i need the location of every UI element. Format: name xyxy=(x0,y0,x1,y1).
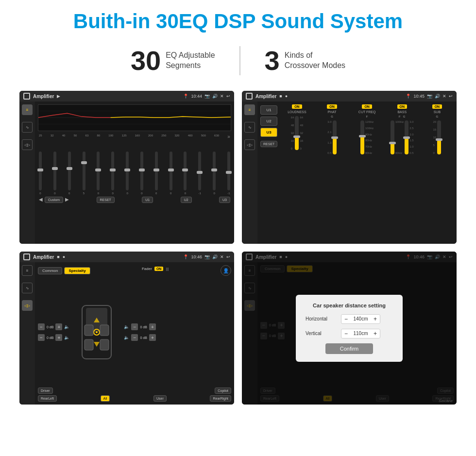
wave-icon-1[interactable]: ∿ xyxy=(22,122,33,133)
eq-panel: 25 32 40 50 63 80 100 125 160 200 250 32… xyxy=(35,101,234,244)
vertical-control[interactable]: − 110cm + xyxy=(341,329,380,338)
slider-track-1[interactable] xyxy=(53,152,56,190)
slider-val-0: 0 xyxy=(39,192,41,195)
home-icon-2[interactable] xyxy=(246,93,253,100)
horizontal-control[interactable]: − 140cm + xyxy=(341,314,380,324)
volume-icon-1[interactable]: 🔊 xyxy=(212,94,218,99)
close-icon-3[interactable]: ✕ xyxy=(220,254,224,259)
u1-btn-1[interactable]: U1 xyxy=(142,197,153,203)
custom-btn[interactable]: Custom xyxy=(45,197,63,203)
sub-toggle[interactable]: ON xyxy=(432,104,442,109)
plus-btn-right-1[interactable]: + xyxy=(149,323,156,330)
next-arrow[interactable]: ▶ xyxy=(65,197,69,203)
confirm-button[interactable]: Confirm xyxy=(325,343,374,354)
rearright-btn[interactable]: RearRight xyxy=(210,395,231,402)
cutfreq-slider[interactable] xyxy=(360,120,364,154)
plus-btn-right-2[interactable]: + xyxy=(149,334,156,341)
sub-slider[interactable] xyxy=(437,120,441,154)
slider-9: 0 xyxy=(170,152,172,195)
fader-toggle[interactable]: ON xyxy=(154,267,164,271)
speaker-icon-2[interactable]: ◁▷ xyxy=(244,139,255,150)
speaker-icon-1[interactable]: ◁▷ xyxy=(22,139,33,150)
time-1: 10:44 xyxy=(191,94,202,99)
vertical-value: 110cm xyxy=(350,331,372,336)
user-btn[interactable]: User xyxy=(153,395,167,402)
slider-track-8[interactable] xyxy=(155,152,158,190)
wave-icon-2[interactable]: ∿ xyxy=(244,122,255,133)
prev-arrow[interactable]: ◀ xyxy=(39,197,43,203)
back-icon-1[interactable]: ↩ xyxy=(226,94,230,99)
slider-track-11[interactable] xyxy=(198,152,201,190)
reset-btn-dsp[interactable]: RESET xyxy=(260,141,277,147)
fader-bars: ||| xyxy=(166,267,169,271)
back-icon-3[interactable]: ↩ xyxy=(226,254,230,259)
reset-btn-1[interactable]: RESET xyxy=(97,197,115,203)
volume-icon-2[interactable]: 🔊 xyxy=(435,94,440,99)
db-val-left-1: 0 dB xyxy=(47,325,53,329)
play-icon-1[interactable]: ▶ xyxy=(57,94,60,99)
u3-btn-1[interactable]: U3 xyxy=(219,197,230,203)
u1-preset[interactable]: U1 xyxy=(260,105,277,115)
specialty-tab[interactable]: Specialty xyxy=(64,267,90,274)
app-label-1: Amplifier xyxy=(33,94,54,99)
dsp-presets: U1 U2 U3 RESET xyxy=(260,104,277,241)
slider-track-3[interactable] xyxy=(83,152,85,190)
eq-icon-3[interactable]: ≡ xyxy=(22,265,33,276)
slider-val-7: 0 xyxy=(141,192,142,195)
slider-track-4[interactable] xyxy=(97,152,100,190)
eq-icon-1[interactable]: ≡ xyxy=(22,104,33,115)
loudness-toggle[interactable]: ON xyxy=(292,104,302,109)
position-btns-row2: RearLeft All User RearRight xyxy=(38,395,231,402)
phat-toggle[interactable]: ON xyxy=(327,104,337,109)
wave-icon-3[interactable]: ∿ xyxy=(22,283,33,293)
u2-btn-1[interactable]: U2 xyxy=(181,197,192,203)
bass-slider-g[interactable] xyxy=(405,120,408,154)
minus-btn-right-1[interactable]: − xyxy=(131,323,138,330)
horizontal-plus[interactable]: + xyxy=(374,316,377,322)
slider-track-13[interactable] xyxy=(227,152,230,190)
home-icon-1[interactable] xyxy=(23,93,30,100)
back-icon-2[interactable]: ↩ xyxy=(449,94,453,99)
minus-btn-left-2[interactable]: − xyxy=(38,334,45,341)
cutfreq-toggle[interactable]: ON xyxy=(362,104,372,109)
vertical-plus[interactable]: + xyxy=(374,330,377,337)
rearleft-btn[interactable]: RearLeft xyxy=(38,395,57,402)
horizontal-minus[interactable]: − xyxy=(344,316,348,322)
slider-track-7[interactable] xyxy=(140,152,143,190)
u3-preset[interactable]: U3 xyxy=(260,128,277,137)
user-icon-3[interactable]: 👤 xyxy=(221,265,231,276)
u2-preset[interactable]: U2 xyxy=(260,117,277,126)
slider-track-12[interactable] xyxy=(213,152,216,190)
slider-track-6[interactable] xyxy=(126,152,129,190)
eq-icon-2[interactable]: ≡ xyxy=(244,104,255,115)
driver-btn[interactable]: Driver xyxy=(38,388,53,394)
slider-track-0[interactable] xyxy=(39,152,42,190)
speaker-icon-3[interactable]: ◁▷ xyxy=(22,300,33,311)
loudness-slider[interactable] xyxy=(295,116,299,150)
bass-toggle[interactable]: ON xyxy=(397,104,408,109)
slider-track-2[interactable] xyxy=(68,152,71,190)
close-icon-2[interactable]: ✕ xyxy=(442,94,446,99)
plus-btn-left-1[interactable]: + xyxy=(55,323,62,330)
expand-arrow[interactable]: » xyxy=(227,134,230,139)
close-icon-1[interactable]: ✕ xyxy=(220,94,224,99)
minus-btn-left-1[interactable]: − xyxy=(38,323,45,330)
volume-icon-3[interactable]: 🔊 xyxy=(212,254,218,259)
all-btn[interactable]: All xyxy=(101,395,110,402)
channel-sub: ON SUB G 20 15 10 5 0 xyxy=(421,104,454,241)
common-tab[interactable]: Common xyxy=(38,267,62,274)
minus-btn-right-2[interactable]: − xyxy=(131,334,138,341)
vertical-minus[interactable]: − xyxy=(344,330,348,337)
plus-btn-left-2[interactable]: + xyxy=(55,334,62,341)
slider-track-5[interactable] xyxy=(111,152,114,190)
dsp-panel: U1 U2 U3 RESET ON LOUDNESS xyxy=(257,101,457,244)
home-icon-3[interactable] xyxy=(23,253,30,260)
vertical-row: Vertical − 110cm + xyxy=(306,329,393,338)
phat-slider[interactable] xyxy=(333,120,337,154)
slider-track-10[interactable] xyxy=(184,152,187,190)
bass-slider-f[interactable] xyxy=(391,120,394,154)
svg-rect-12 xyxy=(85,325,93,336)
copilot-btn[interactable]: Copilot xyxy=(215,388,231,394)
slider-track-9[interactable] xyxy=(170,152,172,190)
freq-630: 630 xyxy=(214,134,219,139)
